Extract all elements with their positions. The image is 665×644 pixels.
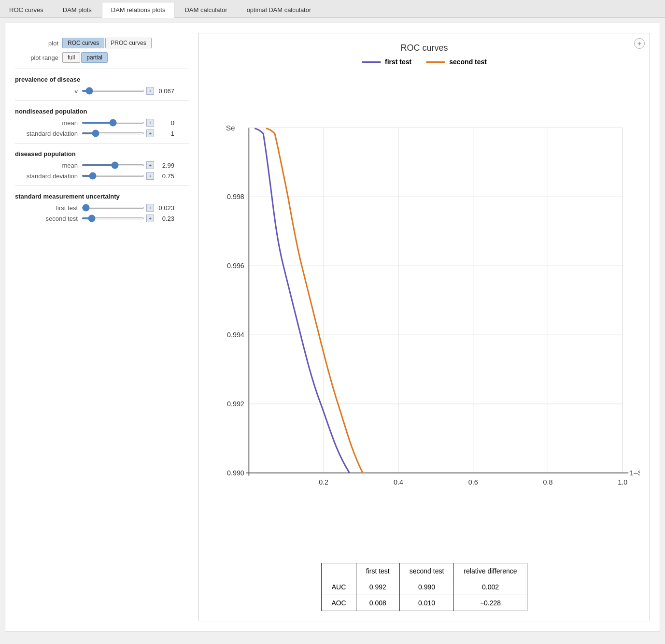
table-cell-aoc-label: AOC [322, 595, 356, 611]
right-panel: + ROC curves first test second test [198, 33, 650, 621]
tab-dam-plots[interactable]: DAM plots [54, 2, 101, 17]
value-d-sd: 0.75 [156, 172, 174, 180]
table-cell-auc-second: 0.990 [399, 579, 454, 595]
param-label-v: v [15, 87, 78, 95]
svg-text:0.992: 0.992 [227, 400, 244, 408]
section-nondiseased: nondiseased population [15, 108, 189, 115]
param-label-first-test: first test [15, 204, 78, 212]
plus-icon-second-test[interactable]: + [146, 215, 154, 222]
param-row-first-test: first test + 0.023 [15, 204, 189, 212]
param-row-d-mean: mean + 2.99 [15, 161, 189, 169]
slider-container-d-sd: + 0.75 [82, 172, 174, 180]
section-prevalence: prevalence of disease [15, 76, 189, 83]
svg-text:0.2: 0.2 [319, 478, 328, 486]
chart-wrapper: 0.990 0.992 0.994 0.996 0.998 Se 0.2 0.4… [209, 71, 640, 553]
svg-text:Se: Se [226, 124, 235, 132]
plot-label: plot [15, 40, 58, 47]
plus-icon-nd-sd[interactable]: + [146, 129, 154, 137]
slider-container-second-test: + 0.23 [82, 215, 174, 222]
value-nd-sd: 1 [156, 130, 174, 137]
param-label-d-mean: mean [15, 162, 78, 169]
svg-text:0.996: 0.996 [227, 262, 244, 270]
svg-text:0.998: 0.998 [227, 193, 244, 200]
legend-label-second: second test [449, 58, 487, 66]
chart-svg: 0.990 0.992 0.994 0.996 0.998 Se 0.2 0.4… [209, 71, 640, 553]
stats-table-wrapper: first test second test relative differen… [209, 563, 640, 611]
param-row-nd-sd: standard deviation + 1 [15, 129, 189, 137]
plus-icon-d-mean[interactable]: + [146, 161, 154, 169]
slider-container-nd-mean: + 0 [82, 119, 174, 127]
table-cell-aoc-first: 0.008 [356, 595, 399, 611]
slider-d-sd[interactable] [82, 175, 144, 177]
table-cell-auc-first: 0.992 [356, 579, 399, 595]
table-header-empty [322, 563, 356, 579]
param-label-nd-mean: mean [15, 119, 78, 127]
table-cell-aoc-diff: −0.228 [454, 595, 527, 611]
btn-roc-curves[interactable]: ROC curves [62, 38, 104, 48]
slider-container-d-mean: + 2.99 [82, 161, 174, 169]
btn-partial[interactable]: partial [81, 52, 108, 63]
param-row-second-test: second test + 0.23 [15, 215, 189, 222]
param-label-nd-sd: standard deviation [15, 130, 78, 137]
left-panel: plot ROC curves PROC curves plot range f… [15, 33, 189, 621]
param-label-d-sd: standard deviation [15, 172, 78, 180]
chart-legend: first test second test [209, 58, 640, 66]
param-row-d-sd: standard deviation + 0.75 [15, 172, 189, 180]
param-row-v: v + 0.067 [15, 87, 189, 95]
legend-line-second [426, 61, 445, 63]
slider-nd-mean[interactable] [82, 122, 144, 124]
slider-second-test[interactable] [82, 217, 144, 219]
legend-label-first: first test [385, 58, 411, 66]
table-cell-aoc-second: 0.010 [399, 595, 454, 611]
table-header-rel-diff: relative difference [454, 563, 527, 579]
value-first-test: 0.023 [156, 204, 174, 212]
stats-table: first test second test relative differen… [321, 563, 527, 611]
value-v: 0.067 [156, 87, 174, 95]
plot-range-label: plot range [15, 54, 58, 61]
plus-icon-first-test[interactable]: + [146, 204, 154, 212]
table-row-aoc: AOC 0.008 0.010 −0.228 [322, 595, 527, 611]
plus-icon-d-sd[interactable]: + [146, 172, 154, 180]
plus-icon-nd-mean[interactable]: + [146, 119, 154, 127]
svg-text:0.994: 0.994 [227, 331, 244, 339]
section-uncertainty: standard measurement uncertainty [15, 193, 189, 200]
slider-container-first-test: + 0.023 [82, 204, 174, 212]
legend-item-first: first test [362, 58, 411, 66]
btn-full[interactable]: full [62, 52, 80, 63]
plus-icon-v[interactable]: + [146, 87, 154, 95]
slider-first-test[interactable] [82, 207, 144, 209]
plot-range-row: plot range full partial [15, 52, 189, 63]
table-cell-auc-diff: 0.002 [454, 579, 527, 595]
btn-proc-curves[interactable]: PROC curves [105, 38, 151, 48]
value-second-test: 0.23 [156, 215, 174, 222]
add-chart-button[interactable]: + [634, 38, 645, 49]
svg-text:1–Sp: 1–Sp [630, 469, 640, 477]
value-nd-mean: 0 [156, 119, 174, 127]
tab-optimal-dam-calculator[interactable]: optimal DAM calculator [238, 2, 321, 17]
slider-nd-sd[interactable] [82, 132, 144, 134]
table-header-second-test: second test [399, 563, 454, 579]
slider-container-nd-sd: + 1 [82, 129, 174, 137]
legend-item-second: second test [426, 58, 487, 66]
section-diseased: diseased population [15, 150, 189, 157]
slider-container-v: + 0.067 [82, 87, 174, 95]
tab-dam-calculator[interactable]: DAM calculator [175, 2, 236, 17]
svg-text:0.8: 0.8 [543, 478, 553, 486]
slider-v[interactable] [82, 90, 144, 92]
param-label-second-test: second test [15, 215, 78, 222]
tab-dam-relations-plots[interactable]: DAM relations plots [102, 2, 175, 18]
svg-text:0.6: 0.6 [468, 478, 478, 486]
svg-text:0.4: 0.4 [394, 478, 403, 486]
legend-line-first [362, 61, 381, 63]
svg-rect-0 [249, 128, 623, 472]
plot-type-row: plot ROC curves PROC curves [15, 38, 189, 48]
slider-d-mean[interactable] [82, 164, 144, 166]
param-row-nd-mean: mean + 0 [15, 119, 189, 127]
table-cell-auc-label: AUC [322, 579, 356, 595]
main-content: plot ROC curves PROC curves plot range f… [5, 23, 660, 631]
svg-text:1.0: 1.0 [618, 478, 627, 486]
plot-range-buttons: full partial [62, 52, 108, 63]
value-d-mean: 2.99 [156, 162, 174, 169]
tab-roc-curves[interactable]: ROC curves [0, 2, 53, 17]
chart-title: ROC curves [209, 43, 640, 53]
